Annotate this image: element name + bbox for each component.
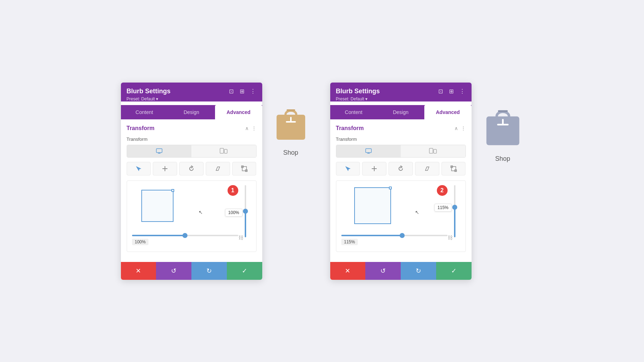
tool-rotate-2[interactable] xyxy=(389,162,413,175)
save-button-2[interactable]: ✓ xyxy=(436,262,472,280)
undo-button-2[interactable]: ↺ xyxy=(365,262,401,280)
v-slider-track-1[interactable] xyxy=(245,185,246,237)
toggle-desktop-1[interactable] xyxy=(127,145,192,157)
panel-header-2: Blurb Settings ⊡ ⊞ ⋮ Preset: Default xyxy=(330,83,472,101)
action-bar-1: ✕ ↺ ↻ ✓ xyxy=(121,262,262,280)
dots-icon-2[interactable]: ⋮ xyxy=(459,88,466,95)
tool-plus-2[interactable] xyxy=(362,162,386,175)
section-title-2: Transform xyxy=(336,125,364,132)
toggle-desktop-2[interactable] xyxy=(336,145,401,157)
scale-box-1[interactable] xyxy=(141,190,174,222)
grid-icon-1[interactable]: ⊞ xyxy=(239,88,246,95)
dots-icon-1[interactable]: ⋮ xyxy=(249,88,257,95)
transform-label-1: Transform xyxy=(127,137,257,142)
toggle-group-1 xyxy=(127,145,257,158)
scale-handle-1[interactable] xyxy=(171,189,174,192)
toggle-other-2[interactable] xyxy=(401,145,465,157)
transform-canvas-2: 2 115% ↖ xyxy=(336,180,466,252)
svg-rect-11 xyxy=(287,109,295,111)
cursor-indicator-1: ↖ xyxy=(199,209,203,215)
h-slider-value-1: 100% xyxy=(132,239,149,245)
chain-icon-1[interactable]: ⛓ xyxy=(238,235,243,240)
h-slider-track-2[interactable] xyxy=(341,235,448,236)
tab-content-1[interactable]: Content xyxy=(121,105,168,119)
section-header-1: Transform ∧ ⋮ xyxy=(127,125,257,132)
panel-header-1: Blurb Settings ⊡ ⊞ ⋮ Preset: Default xyxy=(121,83,262,101)
cancel-button-1[interactable]: ✕ xyxy=(121,262,156,280)
transform-canvas-1: 1 100% ↖ xyxy=(127,180,257,252)
panel-title-2: Blurb Settings xyxy=(336,88,380,95)
step-badge-2: 2 xyxy=(437,185,448,196)
tools-row-1 xyxy=(127,162,257,175)
svg-rect-17 xyxy=(429,148,433,153)
header-icons-1: ⊡ ⊞ ⋮ xyxy=(228,88,257,95)
scale-box-2[interactable] xyxy=(354,187,391,224)
settings-panel-2: Blurb Settings ⊡ ⊞ ⋮ Preset: Default Con… xyxy=(330,83,472,280)
tab-content-2[interactable]: Content xyxy=(330,105,377,119)
svg-rect-18 xyxy=(434,149,436,153)
tab-advanced-2[interactable]: Advanced xyxy=(424,105,472,119)
toggle-other-1[interactable] xyxy=(191,145,256,157)
redo-button-1[interactable]: ↻ xyxy=(191,262,227,280)
shop-section-1: Shop xyxy=(273,104,309,157)
tool-arrow-1[interactable] xyxy=(127,162,151,175)
panel-body-2: Transform ∧ ⋮ Transform xyxy=(330,119,472,262)
h-slider-container-1: 100% ⛓ xyxy=(132,235,238,245)
svg-rect-25 xyxy=(498,110,508,112)
tool-plus-1[interactable] xyxy=(153,162,177,175)
tool-scale-2[interactable] xyxy=(441,162,466,175)
svg-rect-4 xyxy=(224,149,227,153)
section-header-2: Transform ∧ ⋮ xyxy=(336,125,466,132)
monitor-icon-2[interactable]: ⊡ xyxy=(437,88,444,95)
shop-icon-2 xyxy=(482,104,523,151)
tool-scale-1[interactable] xyxy=(232,162,257,175)
tab-design-1[interactable]: Design xyxy=(168,105,215,119)
preset-label-2[interactable]: Preset: Default xyxy=(336,96,466,101)
h-slider-thumb-2[interactable] xyxy=(400,233,405,238)
monitor-icon-1[interactable]: ⊡ xyxy=(228,88,235,95)
chevron-up-icon-2[interactable]: ∧ xyxy=(454,125,458,131)
section-more-icon-2[interactable]: ⋮ xyxy=(461,125,466,131)
v-slider-track-2[interactable] xyxy=(454,185,455,237)
chevron-up-icon-1[interactable]: ∧ xyxy=(245,125,249,131)
tool-arrow-2[interactable] xyxy=(336,162,360,175)
h-slider-container-2: 115% ⛓ xyxy=(341,235,448,245)
tool-skew-2[interactable] xyxy=(415,162,439,175)
undo-button-1[interactable]: ↺ xyxy=(156,262,191,280)
redo-button-2[interactable]: ↻ xyxy=(401,262,436,280)
svg-rect-7 xyxy=(242,167,247,171)
toggle-group-2 xyxy=(336,145,466,158)
shop-label-2: Shop xyxy=(495,155,510,163)
shop-icon-1 xyxy=(273,104,309,145)
svg-rect-21 xyxy=(452,167,456,171)
cancel-button-2[interactable]: ✕ xyxy=(330,262,366,280)
save-button-1[interactable]: ✓ xyxy=(227,262,262,280)
action-bar-2: ✕ ↺ ↻ ✓ xyxy=(330,262,472,280)
tab-design-2[interactable]: Design xyxy=(377,105,424,119)
cursor-indicator-2: ↖ xyxy=(415,209,419,215)
settings-panel-1: Blurb Settings ⊡ ⊞ ⋮ Preset: Default Con… xyxy=(121,83,262,280)
h-slider-thumb-1[interactable] xyxy=(182,233,187,238)
panel-tabs-2: Content Design Advanced xyxy=(330,105,472,119)
section-title-1: Transform xyxy=(127,125,155,132)
percent-badge-right-1: 100% xyxy=(225,209,243,217)
tool-skew-1[interactable] xyxy=(206,162,230,175)
tab-advanced-1[interactable]: Advanced xyxy=(215,105,262,119)
h-slider-track-1[interactable] xyxy=(132,235,238,236)
scale-handle-2[interactable] xyxy=(389,187,392,189)
svg-rect-14 xyxy=(366,149,371,153)
shop-section-2: Shop xyxy=(482,104,523,163)
h-slider-value-2: 115% xyxy=(341,239,358,245)
svg-rect-3 xyxy=(220,148,224,153)
panel-title-1: Blurb Settings xyxy=(127,88,171,95)
v-slider-thumb-1[interactable] xyxy=(243,209,248,214)
preset-label-1[interactable]: Preset: Default xyxy=(127,96,257,101)
section-more-icon-1[interactable]: ⋮ xyxy=(252,125,257,131)
grid-icon-2[interactable]: ⊞ xyxy=(448,88,455,95)
panel-tabs-1: Content Design Advanced xyxy=(121,105,262,119)
chain-icon-2[interactable]: ⛓ xyxy=(448,235,453,240)
step-badge-1: 1 xyxy=(228,185,238,196)
panel-body-1: Transform ∧ ⋮ Transform xyxy=(121,119,262,262)
tool-rotate-1[interactable] xyxy=(179,162,204,175)
v-slider-thumb-2[interactable] xyxy=(452,205,457,210)
